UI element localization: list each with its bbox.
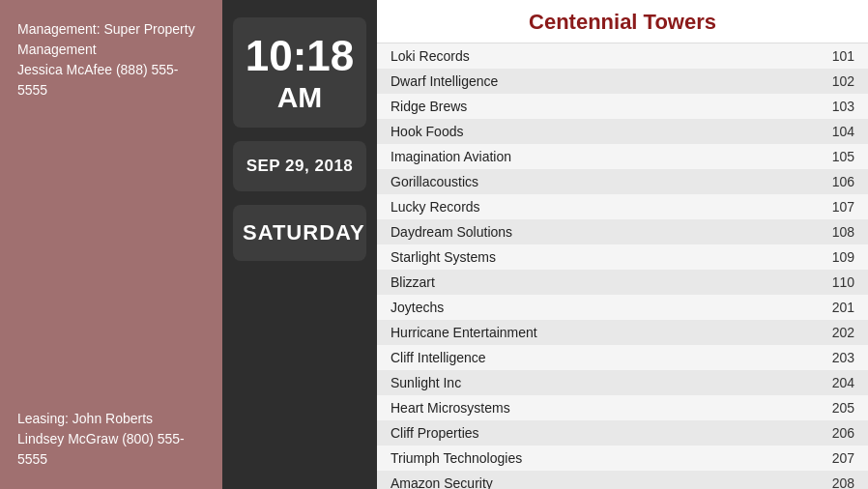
management-block: Management: Super Property Management Je… [17, 19, 205, 101]
tenant-name: Dwarf Intelligence [377, 69, 810, 94]
tenant-suite: 106 [810, 169, 868, 194]
tenant-suite: 103 [810, 94, 868, 119]
tenant-suite: 110 [810, 270, 868, 295]
table-row: Daydream Solutions 108 [377, 219, 868, 244]
tenant-name: Hook Foods [377, 119, 810, 144]
tenant-table: Loki Records 101 Dwarf Intelligence 102 … [377, 43, 868, 489]
tenant-name: Gorillacoustics [377, 169, 810, 194]
table-row: Starlight Systems 109 [377, 244, 868, 270]
tenant-suite: 204 [810, 370, 868, 395]
table-row: Hook Foods 104 [377, 119, 868, 144]
table-row: Sunlight Inc 204 [377, 370, 868, 395]
clock-box: 10:18 AM [233, 17, 366, 128]
leasing-label: Leasing: John Roberts [17, 411, 153, 426]
tenant-suite: 208 [810, 471, 868, 489]
tenant-suite: 109 [810, 244, 868, 270]
table-row: Imagination Aviation 105 [377, 144, 868, 169]
table-row: Gorillacoustics 106 [377, 169, 868, 194]
building-title: Centennial Towers [377, 0, 868, 43]
tenant-name: Blizzart [377, 270, 810, 295]
tenant-name: Hurricane Entertainment [377, 320, 810, 345]
tenant-name: Starlight Systems [377, 244, 810, 270]
tenant-name: Loki Records [377, 43, 810, 69]
tenant-name: Amazon Security [377, 471, 810, 489]
tenant-suite: 205 [810, 395, 868, 420]
tenant-suite: 104 [810, 119, 868, 144]
tenant-suite: 202 [810, 320, 868, 345]
table-row: Blizzart 110 [377, 270, 868, 295]
tenant-suite: 201 [810, 295, 868, 320]
table-row: Triumph Technologies 207 [377, 446, 868, 471]
tenant-name: Ridge Brews [377, 94, 810, 119]
tenant-name: Cliff Intelligence [377, 345, 810, 370]
table-row: Loki Records 101 [377, 43, 868, 69]
table-row: Hurricane Entertainment 202 [377, 320, 868, 345]
tenant-name: Joytechs [377, 295, 810, 320]
tenant-name: Heart Microsystems [377, 395, 810, 420]
table-row: Lucky Records 107 [377, 194, 868, 219]
tenant-name: Sunlight Inc [377, 370, 810, 395]
right-panel: Centennial Towers Loki Records 101 Dwarf… [377, 0, 868, 489]
tenant-suite: 105 [810, 144, 868, 169]
table-row: Joytechs 201 [377, 295, 868, 320]
management-contact: Jessica McAfee (888) 555-5555 [17, 62, 179, 98]
tenant-suite: 101 [810, 43, 868, 69]
tenant-name: Imagination Aviation [377, 144, 810, 169]
tenant-name: Cliff Properties [377, 420, 810, 446]
tenant-name: Lucky Records [377, 194, 810, 219]
clock-time: 10:18 [243, 35, 357, 77]
table-row: Heart Microsystems 205 [377, 395, 868, 420]
management-label: Management: Super Property Management [17, 21, 195, 57]
table-row: Ridge Brews 103 [377, 94, 868, 119]
tenant-name: Triumph Technologies [377, 446, 810, 471]
leasing-block: Leasing: John Roberts Lindsey McGraw (80… [17, 409, 205, 470]
table-row: Cliff Properties 206 [377, 420, 868, 446]
tenant-suite: 203 [810, 345, 868, 370]
center-panel: 10:18 AM SEP 29, 2018 SATURDAY [222, 0, 377, 489]
day-text: SATURDAY [243, 220, 357, 245]
table-row: Dwarf Intelligence 102 [377, 69, 868, 94]
tenant-suite: 108 [810, 219, 868, 244]
tenant-suite: 206 [810, 420, 868, 446]
day-box: SATURDAY [233, 205, 366, 261]
date-box: SEP 29, 2018 [233, 141, 366, 191]
tenant-suite: 107 [810, 194, 868, 219]
tenant-suite: 102 [810, 69, 868, 94]
leasing-contact: Lindsey McGraw (800) 555-5555 [17, 431, 185, 467]
clock-ampm: AM [243, 81, 357, 114]
tenant-suite: 207 [810, 446, 868, 471]
left-panel: Management: Super Property Management Je… [0, 0, 222, 489]
date-text: SEP 29, 2018 [243, 157, 357, 176]
tenant-name: Daydream Solutions [377, 219, 810, 244]
table-row: Amazon Security 208 [377, 471, 868, 489]
table-row: Cliff Intelligence 203 [377, 345, 868, 370]
